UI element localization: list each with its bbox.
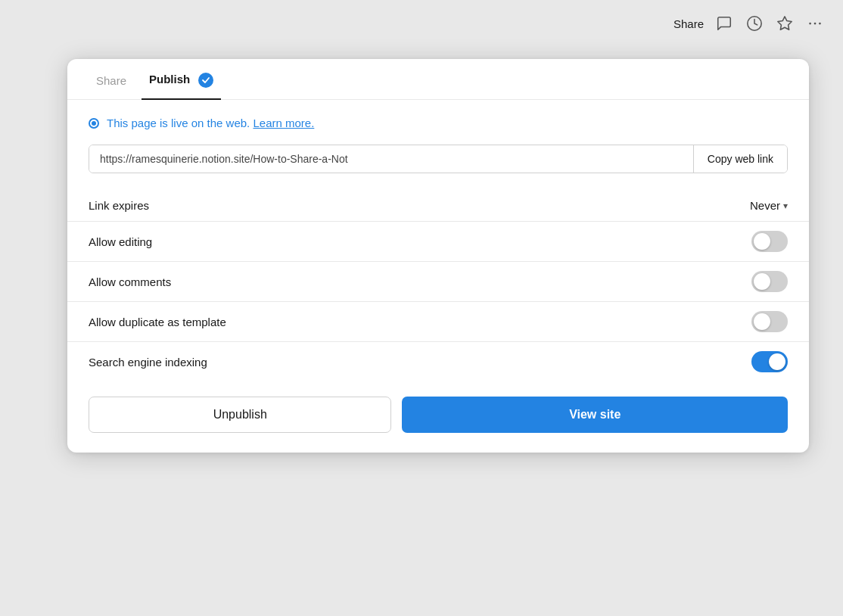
toggle-thumb bbox=[754, 273, 770, 290]
svg-point-2 bbox=[809, 23, 811, 25]
setting-label-allow-duplicate: Allow duplicate as template bbox=[89, 316, 226, 328]
url-input[interactable] bbox=[89, 145, 693, 173]
more-icon[interactable] bbox=[805, 14, 825, 33]
modal-content: This page is live on the web. Learn more… bbox=[67, 100, 809, 453]
svg-point-4 bbox=[819, 23, 821, 25]
publish-check-icon bbox=[198, 73, 213, 88]
chevron-down-icon: ▾ bbox=[783, 201, 788, 211]
bottom-buttons: Unpublish View site bbox=[89, 397, 788, 433]
setting-row-allow-duplicate: Allow duplicate as template bbox=[89, 302, 788, 341]
bookmark-icon[interactable] bbox=[775, 14, 795, 33]
status-row: This page is live on the web. Learn more… bbox=[89, 117, 788, 129]
setting-label-link-expires: Link expires bbox=[89, 199, 149, 212]
view-site-button[interactable]: View site bbox=[402, 397, 788, 433]
setting-row-allow-editing: Allow editing bbox=[89, 222, 788, 261]
setting-label-allow-comments: Allow comments bbox=[89, 275, 171, 288]
svg-marker-1 bbox=[778, 17, 792, 30]
toggle-thumb bbox=[769, 353, 785, 370]
history-icon[interactable] bbox=[745, 14, 764, 33]
toggle-thumb bbox=[754, 313, 770, 330]
setting-row-search-indexing: Search engine indexing bbox=[89, 342, 788, 381]
search-indexing-toggle[interactable] bbox=[751, 351, 788, 372]
toolbar: Share bbox=[655, 0, 843, 47]
setting-row-link-expires: Link expires Never ▾ bbox=[89, 190, 788, 221]
comment-icon[interactable] bbox=[714, 14, 734, 33]
copy-link-button[interactable]: Copy web link bbox=[694, 145, 787, 173]
allow-editing-toggle[interactable] bbox=[751, 231, 788, 252]
tab-publish[interactable]: Publish bbox=[142, 59, 221, 100]
toolbar-share-label[interactable]: Share bbox=[673, 17, 704, 30]
learn-more-link[interactable]: Learn more. bbox=[253, 117, 314, 129]
url-row: Copy web link bbox=[89, 145, 788, 173]
setting-label-allow-editing: Allow editing bbox=[89, 235, 152, 248]
allow-comments-toggle[interactable] bbox=[751, 271, 788, 292]
tabs: Share Publish bbox=[67, 59, 809, 100]
publish-modal: Share Publish This page is live on the w… bbox=[67, 59, 809, 453]
setting-row-allow-comments: Allow comments bbox=[89, 262, 788, 301]
unpublish-button[interactable]: Unpublish bbox=[89, 397, 391, 433]
allow-duplicate-toggle[interactable] bbox=[751, 311, 788, 332]
status-dot bbox=[89, 118, 99, 129]
tab-share[interactable]: Share bbox=[89, 61, 134, 99]
settings-list: Link expires Never ▾ Allow editing Allow… bbox=[89, 190, 788, 381]
toggle-thumb bbox=[754, 233, 770, 250]
link-expires-dropdown[interactable]: Never ▾ bbox=[750, 199, 788, 212]
status-text: This page is live on the web. Learn more… bbox=[107, 117, 314, 129]
svg-point-3 bbox=[814, 23, 817, 25]
setting-label-search-indexing: Search engine indexing bbox=[89, 356, 207, 369]
